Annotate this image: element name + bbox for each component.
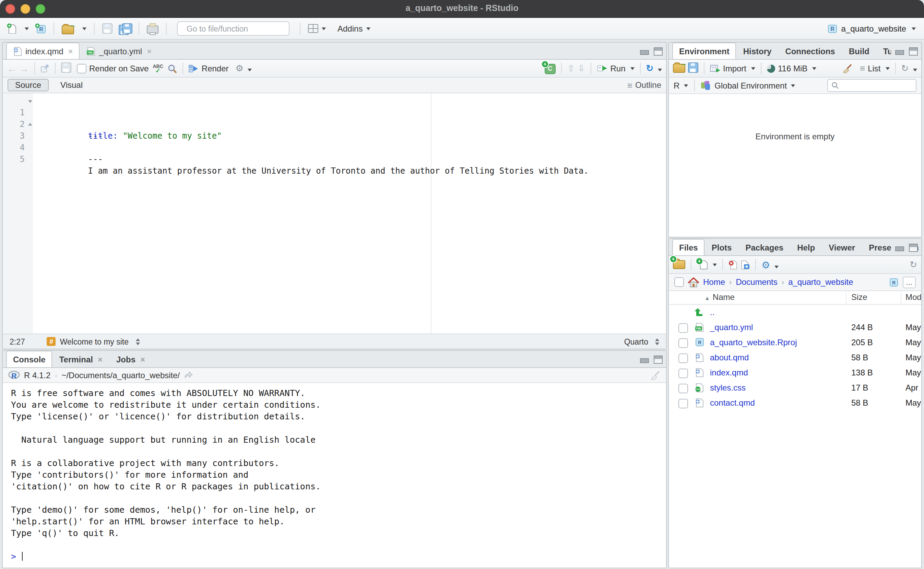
file-checkbox[interactable] [678, 368, 688, 378]
minimize-pane-icon[interactable] [895, 50, 904, 55]
close-icon[interactable]: × [68, 44, 73, 59]
find-replace-button[interactable] [167, 64, 177, 73]
file-name[interactable]: index.qmd [710, 365, 748, 380]
close-icon[interactable]: × [140, 352, 145, 367]
tab-environment[interactable]: Environment [672, 43, 736, 60]
render-button[interactable]: Render [189, 64, 229, 73]
file-name[interactable]: about.qmd [710, 350, 749, 365]
copy-file-button[interactable] [740, 260, 750, 269]
code-editor[interactable]: 1 --- 2 title: "Welcome to my site" 3 --… [3, 93, 666, 333]
editor-tab-quarto-yml[interactable]: YML _quarto.yml × [80, 43, 158, 59]
file-name[interactable]: styles.css [710, 380, 746, 396]
file-name[interactable]: a_quarto_website.Rproj [710, 335, 797, 350]
run-next-icon[interactable]: ⇩ [578, 63, 585, 73]
save-all-button[interactable] [117, 22, 132, 35]
new-blank-file-button[interactable] [699, 260, 708, 269]
clear-console-icon[interactable] [650, 370, 661, 380]
editor-tab-index-qmd[interactable]: index.qmd × [6, 43, 80, 60]
column-header-size[interactable]: Size [851, 292, 868, 302]
file-checkbox[interactable] [678, 338, 688, 348]
environment-search-box[interactable] [827, 79, 916, 92]
import-dataset-button[interactable]: Import [710, 64, 755, 73]
new-folder-button[interactable] [673, 258, 685, 271]
file-name[interactable]: _quarto.yml [710, 320, 753, 335]
file-row[interactable]: CSS styles.css 17 B Apr [669, 380, 921, 396]
pane-layout-button[interactable] [306, 23, 327, 34]
goto-file-input[interactable] [185, 24, 294, 33]
save-document-button[interactable] [61, 62, 71, 75]
select-all-checkbox[interactable] [674, 277, 684, 287]
tab-plots[interactable]: Plots [705, 240, 739, 255]
language-selector[interactable]: R [674, 81, 688, 90]
file-checkbox[interactable] [678, 323, 688, 333]
scope-selector[interactable]: Global Environment [715, 81, 795, 90]
delete-file-button[interactable] [728, 260, 737, 269]
maximize-pane-icon[interactable] [909, 243, 918, 252]
maximize-pane-icon[interactable] [654, 356, 663, 364]
column-header-modified[interactable]: Modified [906, 292, 922, 302]
fold-marker-icon[interactable] [28, 100, 32, 103]
file-row[interactable]: YML _quarto.yml 244 B May [669, 320, 921, 335]
back-icon[interactable]: ← [7, 63, 17, 74]
file-checkbox[interactable] [678, 384, 688, 393]
display-mode-button[interactable]: ≡ List [860, 63, 890, 73]
fold-marker-icon[interactable] [28, 123, 32, 126]
file-checkbox[interactable] [678, 399, 688, 408]
file-name[interactable]: contact.qmd [710, 396, 755, 411]
popout-button[interactable] [41, 64, 49, 72]
open-recent-dropdown[interactable] [79, 26, 88, 31]
tab-viewer[interactable]: Viewer [822, 240, 862, 255]
file-row[interactable]: R a_quarto_website.Rproj 205 B May [669, 335, 921, 350]
minimize-pane-icon[interactable] [640, 50, 649, 55]
refresh-environment-button[interactable]: ↻ [901, 63, 918, 73]
mode-tab-visual[interactable]: Visual [53, 79, 90, 91]
addins-button[interactable]: Addins [336, 22, 372, 35]
home-icon[interactable] [688, 277, 699, 287]
breadcrumb-documents[interactable]: Documents [736, 277, 777, 287]
section-selector[interactable]: Welcome to my site [60, 337, 129, 345]
fullscreen-window-button[interactable] [36, 4, 45, 14]
save-button[interactable] [101, 22, 114, 35]
environment-search-input[interactable] [842, 81, 912, 90]
close-icon[interactable]: × [98, 352, 103, 367]
spellcheck-button[interactable]: ABC ✓ [153, 64, 163, 73]
save-workspace-button[interactable] [688, 62, 698, 75]
column-header-name[interactable]: ▲Name [704, 292, 735, 302]
project-selector[interactable]: R a_quarto_website [828, 24, 918, 33]
tab-terminal[interactable]: Terminal × [53, 351, 109, 367]
run-button[interactable]: Run [596, 64, 634, 73]
goto-file-box[interactable] [177, 21, 290, 36]
new-file-dropdown[interactable] [21, 26, 30, 31]
document-format-selector[interactable]: Quarto [624, 337, 648, 345]
file-row[interactable]: contact.qmd 58 B May [669, 396, 921, 411]
clear-environment-button[interactable] [843, 64, 853, 73]
forward-icon[interactable]: → [19, 63, 29, 74]
print-button[interactable] [146, 22, 160, 35]
run-previous-icon[interactable]: ⇧ [567, 63, 575, 73]
insert-chunk-button[interactable]: C [545, 63, 555, 74]
maximize-pane-icon[interactable] [909, 47, 918, 56]
refresh-icon[interactable]: ↻ [910, 259, 917, 270]
parent-directory-row[interactable]: .. [669, 305, 921, 320]
file-checkbox[interactable] [678, 353, 688, 363]
mode-tab-source[interactable]: Source [8, 79, 49, 91]
tab-console[interactable]: Console [6, 351, 53, 368]
tab-jobs[interactable]: Jobs × [109, 351, 152, 367]
minimize-pane-icon[interactable] [895, 246, 904, 251]
console-prompt-line[interactable]: > [11, 551, 666, 562]
parent-directory-label[interactable]: .. [710, 305, 715, 320]
close-window-button[interactable] [6, 4, 15, 14]
load-workspace-button[interactable] [673, 62, 685, 75]
breadcrumb-home[interactable]: Home [703, 277, 725, 287]
minimize-window-button[interactable] [21, 4, 30, 14]
tab-build[interactable]: Build [842, 43, 876, 59]
outline-toggle[interactable]: ≡ Outline [627, 80, 661, 90]
more-file-commands-button[interactable]: ⚙ [762, 259, 778, 270]
open-file-button[interactable] [61, 21, 76, 35]
new-file-button[interactable] [6, 22, 18, 35]
tab-history[interactable]: History [736, 43, 778, 59]
chevron-down-icon[interactable] [713, 263, 717, 266]
render-options-button[interactable]: ⚙ [236, 63, 252, 73]
source-button[interactable]: ↻ [646, 63, 662, 73]
file-row[interactable]: index.qmd 138 B May [669, 365, 921, 380]
